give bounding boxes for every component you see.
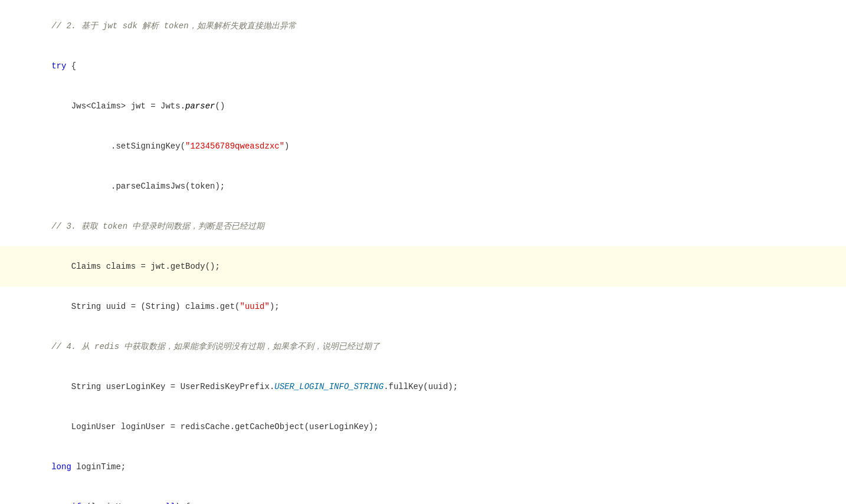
code-line: // 3. 获取 token 中登录时间数据，判断是否已经过期 [0, 206, 846, 246]
code-line: String uuid = (String) claims.get("uuid"… [0, 286, 846, 327]
keyword-try: try [51, 61, 66, 71]
code-line: Jws<Claims> jwt = Jwts.parser() [0, 86, 846, 126]
comment-text: // 2. 基于 jwt sdk 解析 token，如果解析失败直接抛出异常 [51, 21, 296, 31]
code-container: // 2. 基于 jwt sdk 解析 token，如果解析失败直接抛出异常 t… [0, 0, 846, 504]
code-line: LoginUser loginUser = redisCache.getCach… [0, 407, 846, 447]
string-literal: "123456789qweasdzxc" [185, 141, 284, 151]
code-block: // 2. 基于 jwt sdk 解析 token，如果解析失败直接抛出异常 t… [0, 0, 846, 504]
method-parser: parser [185, 101, 215, 111]
code-line: String userLoginKey = UserRedisKeyPrefix… [0, 367, 846, 407]
code-line-highlighted: Claims claims = jwt.getBody(); [0, 246, 846, 286]
code-line: // 2. 基于 jwt sdk 解析 token，如果解析失败直接抛出异常 [0, 6, 846, 46]
code-line: try { [0, 46, 846, 86]
constant-italic: USER_LOGIN_INFO_STRING [274, 382, 383, 391]
code-line: if (loginUser == null) { [0, 487, 846, 504]
code-line: .parseClaimsJws(token); [0, 166, 846, 206]
code-line: .setSigningKey("123456789qweasdzxc") [0, 126, 846, 166]
code-line: // 4. 从 redis 中获取数据，如果能拿到说明没有过期，如果拿不到，说明… [0, 327, 846, 367]
comment-3: // 3. 获取 token 中登录时间数据，判断是否已经过期 [51, 222, 264, 231]
comment-4: // 4. 从 redis 中获取数据，如果能拿到说明没有过期，如果拿不到，说明… [51, 342, 380, 351]
code-line: long loginTime; [0, 447, 846, 487]
